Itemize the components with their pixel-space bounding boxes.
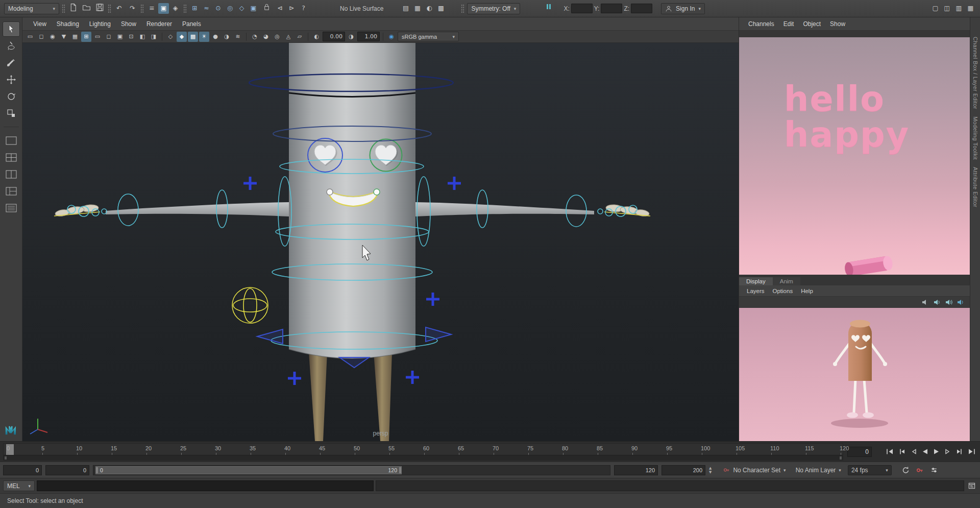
tab-anim[interactable]: Anim bbox=[773, 277, 800, 285]
menu-show[interactable]: Show bbox=[826, 19, 849, 29]
textured-icon[interactable]: ▩ bbox=[188, 32, 198, 42]
animation-end-field[interactable]: 200 bbox=[662, 465, 705, 475]
menu-options[interactable]: Options bbox=[769, 287, 797, 295]
time-tick[interactable]: 5 bbox=[41, 445, 44, 451]
toolbar-grip[interactable] bbox=[108, 4, 111, 13]
3d-viewport[interactable]: persp bbox=[22, 43, 739, 441]
bookmark-view-icon[interactable]: ▼ bbox=[59, 32, 69, 42]
go-to-end-button[interactable] bbox=[966, 447, 977, 457]
time-tick[interactable]: 45 bbox=[319, 445, 325, 451]
menu-edit[interactable]: Edit bbox=[779, 19, 798, 29]
gamma-field[interactable]: 1.00 bbox=[357, 32, 380, 41]
select-tool-button[interactable] bbox=[3, 21, 20, 37]
snap-to-curve-icon[interactable]: ≈ bbox=[201, 3, 212, 14]
layout-two-pane-button[interactable] bbox=[3, 166, 20, 182]
xray-joints-icon[interactable]: ◕ bbox=[261, 32, 271, 42]
fps-dropdown[interactable]: 24 fps ▾ bbox=[848, 465, 892, 475]
time-tick[interactable]: 0 bbox=[7, 445, 10, 451]
range-handle-left[interactable] bbox=[96, 467, 98, 473]
time-tick[interactable]: 20 bbox=[145, 445, 152, 451]
range-slider-track[interactable]: 0 120 bbox=[93, 465, 610, 475]
time-tick[interactable]: 55 bbox=[388, 445, 395, 451]
z-field[interactable] bbox=[631, 4, 652, 13]
undo-icon[interactable]: ↶ bbox=[114, 3, 125, 14]
select-by-hierarchy-icon[interactable]: ≡ bbox=[146, 3, 157, 14]
time-tick[interactable]: 15 bbox=[111, 445, 117, 451]
menu-view[interactable]: View bbox=[29, 19, 51, 29]
motion-blur-icon[interactable]: ≋ bbox=[233, 32, 243, 42]
animation-start-field[interactable]: 0 bbox=[3, 465, 42, 475]
open-render-view-icon[interactable]: ▤ bbox=[400, 3, 411, 14]
tab-modeling-toolkit[interactable]: Modeling Toolkit bbox=[972, 116, 978, 160]
menu-renderer[interactable]: Renderer bbox=[142, 19, 177, 29]
render-current-frame-icon[interactable]: ▦ bbox=[412, 3, 423, 14]
panel-layout-icon[interactable]: ◫ bbox=[942, 3, 952, 14]
speaker-icon[interactable] bbox=[922, 299, 929, 305]
speaker-icon[interactable] bbox=[934, 299, 941, 305]
menu-channels[interactable]: Channels bbox=[744, 19, 778, 29]
tab-display[interactable]: Display bbox=[739, 277, 773, 285]
range-slider-bar[interactable]: 0 120 bbox=[95, 466, 402, 474]
lock-icon[interactable] bbox=[261, 3, 272, 14]
time-tick[interactable]: 65 bbox=[458, 445, 464, 451]
time-tick[interactable]: 100 bbox=[701, 445, 710, 451]
lasso-tool-button[interactable] bbox=[3, 38, 20, 54]
gate-mask-icon[interactable]: ▣ bbox=[115, 32, 125, 42]
layout-four-pane-button[interactable] bbox=[3, 150, 20, 165]
command-input[interactable] bbox=[37, 480, 374, 491]
select-camera-icon[interactable]: ▭ bbox=[25, 32, 35, 42]
exposure-field[interactable]: 0.00 bbox=[323, 32, 345, 41]
time-tick[interactable]: 80 bbox=[562, 445, 568, 451]
outliner-button[interactable] bbox=[3, 200, 20, 215]
playback-start-field[interactable]: 0 bbox=[45, 465, 89, 475]
menu-panels[interactable]: Panels bbox=[178, 19, 206, 29]
menu-object[interactable]: Object bbox=[799, 19, 825, 29]
time-slider-scrollbar[interactable] bbox=[4, 455, 843, 460]
toolbar-grip[interactable] bbox=[140, 4, 144, 13]
image-plane-icon[interactable]: ▦ bbox=[70, 32, 80, 42]
range-handle-right[interactable] bbox=[399, 467, 401, 473]
view-transform-dropdown[interactable]: sRGB gamma ▾ bbox=[398, 32, 459, 41]
time-tick[interactable]: 85 bbox=[597, 445, 603, 451]
render-settings-icon[interactable]: ▩ bbox=[435, 3, 446, 14]
toolbar-grip[interactable] bbox=[183, 4, 187, 13]
range-spinner[interactable]: ▲▼ bbox=[709, 467, 712, 474]
shaded-icon[interactable]: ◆ bbox=[177, 32, 187, 42]
menu-help[interactable]: Help bbox=[797, 287, 817, 295]
wireframe-icon[interactable]: ◇ bbox=[165, 32, 176, 42]
safe-action-icon[interactable]: ◧ bbox=[137, 32, 148, 42]
pause-icon[interactable] bbox=[543, 3, 554, 14]
playback-end-field[interactable]: 120 bbox=[614, 465, 658, 475]
toolbar-grip[interactable] bbox=[62, 4, 65, 13]
shadows-icon[interactable]: ● bbox=[210, 32, 220, 42]
step-back-key-button[interactable] bbox=[908, 447, 918, 457]
make-live-icon[interactable]: ▣ bbox=[248, 3, 259, 14]
layout-single-pane-button[interactable] bbox=[3, 133, 20, 148]
play-forward-button[interactable] bbox=[931, 447, 942, 457]
menu-set-dropdown[interactable]: Modeling▾ bbox=[4, 3, 59, 14]
grease-pencil-icon[interactable]: ▱ bbox=[295, 32, 305, 42]
save-scene-icon[interactable] bbox=[94, 3, 105, 14]
snap-to-point-icon[interactable]: ⊙ bbox=[213, 3, 224, 14]
playback-loop-icon[interactable] bbox=[900, 465, 911, 475]
redo-icon[interactable]: ↷ bbox=[127, 3, 138, 14]
hotbox-controls-icon[interactable]: ▦ bbox=[965, 3, 976, 14]
current-frame-field[interactable]: 0 bbox=[847, 447, 872, 457]
anim-layer-dropdown[interactable]: No Anim Layer ▾ bbox=[793, 465, 844, 475]
new-scene-icon[interactable] bbox=[68, 3, 79, 14]
select-by-object-icon[interactable]: ▣ bbox=[158, 3, 169, 14]
speaker-icon[interactable] bbox=[957, 299, 965, 305]
menu-lighting[interactable]: Lighting bbox=[85, 19, 115, 29]
safe-title-icon[interactable]: ◨ bbox=[149, 32, 159, 42]
script-editor-icon[interactable] bbox=[966, 481, 977, 491]
time-tick[interactable]: 120 bbox=[840, 445, 849, 451]
xray-icon[interactable]: ◔ bbox=[250, 32, 260, 42]
use-all-lights-icon[interactable]: ☀ bbox=[199, 32, 209, 42]
symmetry-dropdown[interactable]: Symmetry: Off▾ bbox=[467, 3, 520, 14]
select-by-component-icon[interactable]: ◈ bbox=[170, 3, 181, 14]
view-grid-icon[interactable]: ⊞ bbox=[81, 32, 91, 42]
camera-attributes-icon[interactable]: ◉ bbox=[47, 32, 58, 42]
construction-history-icon[interactable]: ? bbox=[298, 3, 309, 14]
color-management-icon[interactable]: ◉ bbox=[386, 32, 397, 42]
snap-to-view-plane-icon[interactable]: ◇ bbox=[236, 3, 247, 14]
